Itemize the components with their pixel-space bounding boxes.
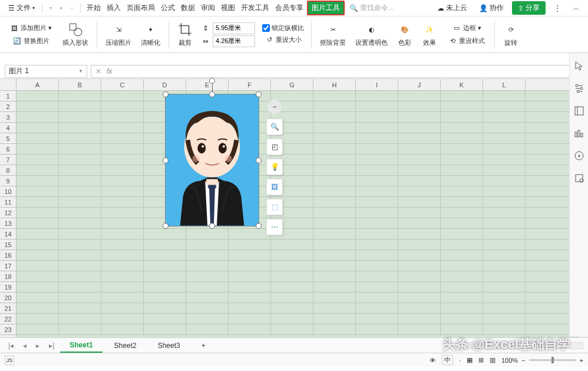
color-button[interactable]: 🎨色彩 — [394, 21, 416, 48]
collapse-tool-icon[interactable]: − — [267, 100, 282, 114]
row-header[interactable]: 21 — [0, 303, 16, 314]
zoom-out-icon[interactable]: − — [521, 357, 525, 364]
coop-button[interactable]: 👤协作 — [475, 1, 507, 15]
reset-style-button[interactable]: ⟲重设样式 — [445, 35, 487, 47]
width-input[interactable] — [213, 35, 255, 47]
more-tool-icon[interactable]: ⋯ — [266, 219, 283, 235]
horizontal-scrollbar[interactable] — [465, 342, 583, 349]
replace-picture-button[interactable]: 🔄替换图片 — [10, 35, 52, 47]
row-header[interactable]: 19 — [0, 282, 16, 293]
name-box[interactable]: 图片 1▼ — [5, 65, 87, 78]
resize-handle-bl[interactable] — [163, 223, 169, 229]
eye-icon[interactable]: 👁 — [430, 357, 436, 364]
collapse-icon[interactable]: ︿ — [569, 1, 583, 15]
transparent-button[interactable]: ◐设置透明色 — [352, 21, 391, 48]
ime-indicator[interactable]: 中 — [442, 355, 453, 365]
crop-tool-icon[interactable]: ◰ — [266, 139, 283, 155]
zoom-slider[interactable] — [529, 359, 576, 361]
col-header[interactable]: K — [441, 79, 483, 90]
row-header[interactable]: 3 — [0, 112, 16, 123]
zoom-tool-icon[interactable]: 🔍 — [266, 119, 283, 135]
tab-data[interactable]: 数据 — [179, 1, 197, 15]
row-header[interactable]: 4 — [0, 123, 16, 133]
more-icon[interactable]: ⋮ — [550, 2, 564, 14]
resize-handle-tl[interactable] — [163, 91, 169, 97]
file-menu[interactable]: ☰文件▾ — [5, 1, 38, 15]
row-header[interactable]: 9 — [0, 176, 16, 186]
row-header[interactable]: 12 — [0, 208, 16, 218]
row-header[interactable]: 7 — [0, 155, 16, 165]
border-button[interactable]: ▭边框▾ — [450, 22, 484, 34]
tab-picture-tools[interactable]: 图片工具 — [307, 1, 345, 15]
effects-button[interactable]: ✨效果 — [418, 21, 441, 48]
cloud-status[interactable]: ☁未上云 — [434, 1, 471, 15]
sharpen-button[interactable]: ✦清晰化 — [137, 21, 164, 48]
help-tool-icon[interactable] — [573, 172, 585, 184]
col-header[interactable]: I — [356, 79, 398, 90]
view-break-icon[interactable]: ▥ — [490, 356, 495, 364]
resize-handle-ml[interactable] — [163, 157, 169, 163]
row-header[interactable]: 17 — [0, 261, 16, 271]
prev-sheet-icon[interactable]: ◂ — [19, 340, 30, 351]
cancel-icon[interactable]: ✕ — [94, 67, 103, 76]
tab-dev[interactable]: 开发工具 — [239, 1, 272, 15]
analyze-tool-icon[interactable] — [573, 127, 585, 139]
row-header[interactable]: 2 — [0, 101, 16, 112]
row-header[interactable]: 8 — [0, 165, 16, 176]
tab-formula[interactable]: 公式 — [158, 1, 177, 15]
tab-insert[interactable]: 插入 — [104, 1, 123, 15]
bulb-tool-icon[interactable]: 💡 — [266, 159, 283, 175]
select-tool-icon[interactable] — [573, 60, 585, 72]
rotate-handle[interactable] — [209, 78, 215, 84]
sheet-tab-2[interactable]: Sheet2 — [105, 339, 146, 352]
row-header[interactable]: 18 — [0, 271, 16, 282]
js-icon[interactable]: JS — [5, 356, 14, 365]
save-icon[interactable] — [46, 4, 55, 13]
row-header[interactable]: 6 — [0, 144, 16, 155]
insert-shape-button[interactable]: 插入形状 — [59, 21, 92, 48]
print-icon[interactable] — [57, 4, 66, 13]
tab-review[interactable]: 审阅 — [199, 1, 217, 15]
cell-area[interactable]: − 🔍 ◰ 💡 🖼 ⬚ ⋯ — [16, 91, 577, 337]
sheet-tab-3[interactable]: Sheet3 — [148, 339, 190, 352]
reset-size-button[interactable]: ↺重设大小 — [262, 34, 304, 45]
share-button[interactable]: ⇪分享 — [512, 1, 546, 15]
backup-tool-icon[interactable]: ¥ — [573, 150, 585, 162]
crop-button[interactable]: 裁剪 — [174, 21, 196, 48]
image-tool-icon[interactable]: 🖼 — [266, 179, 283, 195]
resize-handle-tr[interactable] — [256, 91, 262, 97]
rotate-button[interactable]: ⟳旋转 — [500, 21, 522, 48]
row-header[interactable]: 11 — [0, 197, 16, 208]
add-picture-button[interactable]: 🖼添加图片▾ — [7, 22, 54, 34]
zoom-control[interactable]: 100% − + — [501, 357, 583, 364]
col-header[interactable]: E — [186, 79, 229, 90]
remove-bg-button[interactable]: ✂抠除背景 — [316, 21, 349, 48]
command-search[interactable]: 🔍 查找命令... — [349, 3, 394, 13]
row-header[interactable]: 15 — [0, 239, 16, 250]
col-header[interactable]: J — [398, 79, 441, 90]
row-header[interactable]: 1 — [0, 91, 16, 101]
zoom-in-icon[interactable]: + — [580, 357, 583, 364]
row-header[interactable]: 14 — [0, 229, 16, 239]
resize-handle-mr[interactable] — [256, 157, 262, 163]
first-sheet-icon[interactable]: |◂ — [5, 340, 17, 351]
tab-layout[interactable]: 页面布局 — [124, 1, 157, 15]
lock-ratio-checkbox[interactable]: 锁定纵横比 — [262, 24, 304, 32]
col-header[interactable]: F — [229, 79, 271, 90]
next-sheet-icon[interactable]: ▸ — [32, 340, 43, 351]
settings-tool-icon[interactable] — [573, 83, 585, 94]
tab-view[interactable]: 视图 — [219, 1, 237, 15]
resize-handle-br[interactable] — [256, 223, 262, 229]
resize-handle-tm[interactable] — [209, 91, 215, 97]
view-page-icon[interactable]: ⊞ — [478, 356, 484, 364]
row-header[interactable]: 5 — [0, 133, 16, 144]
col-header[interactable]: G — [271, 79, 313, 90]
selected-image[interactable] — [165, 94, 259, 226]
tab-vip[interactable]: 会员专享 — [273, 1, 306, 15]
last-sheet-icon[interactable]: ▸| — [45, 340, 58, 351]
extract-tool-icon[interactable]: ⬚ — [266, 199, 283, 215]
col-header[interactable]: L — [483, 79, 526, 90]
tab-start[interactable]: 开始 — [84, 1, 103, 15]
add-sheet-button[interactable]: + — [192, 339, 215, 352]
row-header[interactable]: 10 — [0, 186, 16, 197]
